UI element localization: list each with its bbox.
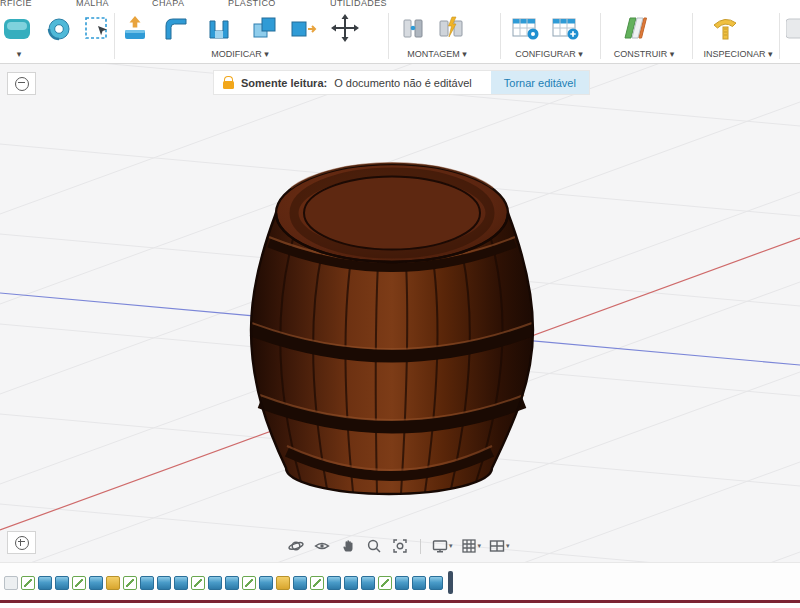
navigation-bar: ▾ ▾ ▾ — [287, 537, 510, 555]
configuration-insert-icon[interactable] — [550, 13, 580, 43]
tab-malha[interactable]: MALHA — [76, 0, 109, 8]
revolve-ring-icon[interactable] — [44, 13, 74, 43]
timeline-item-marker[interactable] — [4, 576, 18, 590]
tab-utilidades[interactable]: UTILIDADES — [330, 0, 387, 8]
tab-superficie[interactable]: RFÍCIE — [0, 0, 32, 8]
make-editable-button[interactable]: Tornar editável — [491, 71, 589, 94]
pan-icon[interactable] — [339, 537, 357, 555]
measure-icon[interactable] — [710, 13, 740, 43]
lock-icon — [223, 81, 234, 89]
toolbar-separator — [779, 13, 780, 59]
barrel-model[interactable] — [251, 163, 533, 494]
timeline-item-sketch[interactable] — [378, 576, 392, 590]
viewports-icon — [489, 538, 505, 554]
timeline-item-extrude[interactable] — [157, 576, 171, 590]
timeline-item-sketch[interactable] — [123, 576, 137, 590]
configure-table-icon[interactable] — [510, 13, 540, 43]
group-label-modificar[interactable]: MODIFICAR ▾ — [200, 49, 280, 59]
timeline-item-extrude[interactable] — [225, 576, 239, 590]
timeline-item-sketch[interactable] — [310, 576, 324, 590]
timeline-item-sketch[interactable] — [242, 576, 256, 590]
look-at-icon[interactable] — [313, 537, 331, 555]
timeline-item-extrude[interactable] — [293, 576, 307, 590]
tools-cropped-icon[interactable] — [786, 13, 800, 43]
combine-icon[interactable] — [250, 13, 280, 43]
group-label-cropped[interactable]: ▾ — [4, 49, 34, 59]
fusion-window: RFÍCIE MALHA CHAPA PLÁSTICO UTILIDADES — [0, 0, 800, 608]
timeline-item-extrude[interactable] — [89, 576, 103, 590]
timeline-item-extrude[interactable] — [55, 576, 69, 590]
create-form-icon[interactable] — [2, 13, 32, 43]
timeline-item-extrude[interactable] — [259, 576, 273, 590]
timeline-item-sketch[interactable] — [72, 576, 86, 590]
timeline-item-extrude[interactable] — [174, 576, 188, 590]
timeline-row — [4, 571, 453, 594]
readonly-message: O documento não é editável — [334, 77, 472, 89]
navbar-separator — [420, 539, 421, 554]
timeline-item-extrude[interactable] — [344, 576, 358, 590]
expand-panel-button[interactable] — [7, 531, 36, 554]
grid-settings-menu[interactable]: ▾ — [461, 538, 482, 554]
timeline-item-joint[interactable] — [106, 576, 120, 590]
toolbar-separator — [692, 13, 693, 59]
toolbar-separator — [500, 13, 501, 59]
display-settings-icon — [432, 538, 448, 554]
grid-settings-icon — [461, 538, 477, 554]
toolbar-separator — [388, 13, 389, 59]
chevron-down-icon: ▾ — [506, 542, 510, 550]
timeline-bar — [0, 562, 800, 601]
box-select-icon[interactable] — [82, 13, 112, 43]
timeline-item-extrude[interactable] — [429, 576, 443, 590]
ribbon-toolbar: ▾ MODIFICAR ▾ MONTAGEM ▾ CONFIGURAR ▾ CO… — [0, 9, 800, 64]
joint-icon[interactable] — [436, 13, 466, 43]
move-copy-icon[interactable] — [330, 13, 360, 43]
collapse-browser-button[interactable] — [7, 72, 36, 95]
timeline-item-extrude[interactable] — [361, 576, 375, 590]
zoom-icon[interactable] — [365, 537, 383, 555]
timeline-item-extrude[interactable] — [208, 576, 222, 590]
timeline-item-extrude[interactable] — [395, 576, 409, 590]
readonly-bar: Somente leitura: O documento não é editá… — [213, 70, 590, 95]
group-label-configurar[interactable]: CONFIGURAR ▾ — [505, 49, 593, 59]
offset-face-icon[interactable] — [288, 13, 318, 43]
timeline-track-line — [0, 600, 800, 603]
new-component-icon[interactable] — [398, 13, 428, 43]
construct-plane-icon[interactable] — [620, 13, 650, 43]
timeline-item-sketch[interactable] — [21, 576, 35, 590]
shell-icon[interactable] — [204, 13, 234, 43]
group-label-construir[interactable]: CONSTRUIR ▾ — [606, 49, 682, 59]
timeline-item-sketch[interactable] — [191, 576, 205, 590]
fillet-icon[interactable] — [160, 13, 190, 43]
timeline-item-extrude[interactable] — [412, 576, 426, 590]
readonly-title: Somente leitura: — [241, 77, 327, 89]
zoom-window-icon[interactable] — [391, 537, 409, 555]
tab-chapa[interactable]: CHAPA — [152, 0, 184, 8]
plus-circle-icon — [15, 536, 29, 550]
minus-circle-icon — [15, 77, 29, 91]
viewports-menu[interactable]: ▾ — [489, 538, 510, 554]
chevron-down-icon: ▾ — [449, 542, 453, 550]
timeline-item-joint[interactable] — [276, 576, 290, 590]
timeline-item-extrude[interactable] — [327, 576, 341, 590]
viewport-container — [0, 64, 800, 562]
timeline-scrubber[interactable] — [448, 571, 453, 594]
timeline-item-extrude[interactable] — [140, 576, 154, 590]
ribbon-tabbar: RFÍCIE MALHA CHAPA PLÁSTICO UTILIDADES — [0, 0, 800, 9]
tab-plastico[interactable]: PLÁSTICO — [228, 0, 276, 8]
chevron-down-icon: ▾ — [478, 542, 482, 550]
display-settings-menu[interactable]: ▾ — [432, 538, 453, 554]
group-label-montagem[interactable]: MONTAGEM ▾ — [398, 49, 476, 59]
viewport-3d[interactable] — [0, 64, 800, 562]
toolbar-separator — [114, 13, 115, 59]
orbit-icon[interactable] — [287, 537, 305, 555]
group-label-inspecionar[interactable]: INSPECIONAR ▾ — [697, 49, 779, 59]
press-pull-icon[interactable] — [120, 13, 150, 43]
toolbar-separator — [600, 13, 601, 59]
timeline-item-extrude[interactable] — [38, 576, 52, 590]
timeline-items — [4, 576, 443, 590]
